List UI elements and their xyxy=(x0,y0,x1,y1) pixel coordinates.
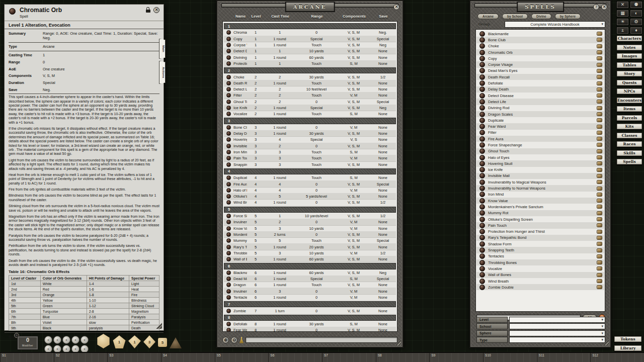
spell-list-item[interactable]: Dragon Scales xyxy=(476,111,604,117)
coin-slot-icon[interactable]: ✶ xyxy=(80,336,89,344)
link-icon[interactable] xyxy=(597,155,602,159)
spell-orb-icon[interactable] xyxy=(479,105,485,111)
arcane-spell-row[interactable]: Fear Ward81 round0V, S, MNone xyxy=(224,327,396,332)
spell-orb-icon[interactable] xyxy=(479,241,485,247)
link-icon[interactable] xyxy=(597,50,602,54)
spell-list-item[interactable]: Mordenkainen's Private Sanctum xyxy=(476,204,604,210)
coin-slot-icon[interactable]: ✶ xyxy=(53,336,61,344)
link-icon[interactable] xyxy=(597,149,602,153)
help-icon[interactable]: ? xyxy=(593,4,599,10)
spell-orb-icon[interactable] xyxy=(479,260,485,265)
spell-list-item[interactable]: Shadow Form xyxy=(476,241,604,247)
sidebar-item-notes[interactable]: Notes xyxy=(616,44,642,51)
arcane-spell-row[interactable]: Detect Disease1110 yardsV, S, MNone xyxy=(224,48,396,54)
link-icon[interactable] xyxy=(597,143,602,147)
link-icon[interactable] xyxy=(597,273,602,277)
tab-divine[interactable]: Divine xyxy=(531,14,551,19)
spell-orb-icon[interactable] xyxy=(479,198,485,204)
link-icon[interactable] xyxy=(597,260,602,264)
spell-orb-icon[interactable] xyxy=(226,214,231,218)
arcane-spell-row[interactable]: Fire Aura440V, S, MSpecial xyxy=(224,181,396,187)
spell-orb-icon[interactable] xyxy=(479,279,485,284)
spell-orb-icon[interactable] xyxy=(479,118,485,123)
modifier-box[interactable]: 0 Modifier xyxy=(17,336,38,350)
arcane-spell-row[interactable]: Mordenkainen's Private Sanctum52 turns0V… xyxy=(224,232,396,238)
sidebar-item-encounters[interactable]: Encounters xyxy=(616,97,642,104)
arcane-spell-row[interactable]: Blackmantle61 round60 yardsV, S, MNeg xyxy=(224,270,396,276)
link-icon[interactable] xyxy=(597,168,602,172)
spell-list-item[interactable]: Invisible Mail xyxy=(476,173,604,179)
people-icon[interactable]: ⚉ xyxy=(630,1,642,9)
sidebar-item-tables[interactable]: Tables xyxy=(616,62,642,68)
spell-orb-icon[interactable] xyxy=(479,124,485,129)
close-icon[interactable]: ✕ xyxy=(393,4,399,10)
spell-orb-icon[interactable] xyxy=(479,210,485,216)
spell-orb-icon[interactable] xyxy=(226,232,231,237)
spell-orb-icon[interactable] xyxy=(226,322,231,326)
spell-list-item[interactable]: Halo of Eyes xyxy=(476,154,604,160)
spell-orb-icon[interactable] xyxy=(226,175,231,180)
link-icon[interactable] xyxy=(597,230,602,234)
spell-orb-icon[interactable] xyxy=(479,217,485,222)
arcane-spell-row[interactable]: Ghoul Touch220V, S, MSpecial xyxy=(224,99,396,105)
spell-orb-icon[interactable] xyxy=(226,144,231,148)
arcane-spell-row[interactable]: Force Shapechange5110 yards/levelV, S, M… xyxy=(224,213,396,219)
spell-orb-icon[interactable] xyxy=(226,30,231,35)
spell-list-item[interactable]: Fire Aura xyxy=(476,136,604,142)
close-icon[interactable]: ✕ xyxy=(601,4,607,10)
arcane-spell-row[interactable]: Mummy Rot55TouchV, S, MSpecial xyxy=(224,238,396,244)
spell-orb-icon[interactable] xyxy=(479,173,485,178)
arcane-spell-row[interactable]: Tentacles61 round0V, MNone xyxy=(224,295,396,301)
arcane-spell-row[interactable]: Ice Knife21 roundSpecialV, S, MNeg xyxy=(224,105,396,111)
spell-list-item[interactable]: Vocalize xyxy=(476,265,604,272)
arcane-spell-row[interactable]: Otiluke's Dispelling Screen455 yards/lev… xyxy=(224,194,396,200)
spell-list-item[interactable]: Otiluke's Dispelling Screen xyxy=(476,216,604,222)
sidebar-item-skills[interactable]: Skills xyxy=(616,150,642,156)
sidebar-item-quests[interactable]: Quests xyxy=(616,79,642,86)
filter-dropdown-level[interactable]: ▾ xyxy=(509,317,605,323)
spell-list-item[interactable]: Protection from Hunger and Thirst xyxy=(476,229,604,235)
arcane-spell-row[interactable]: Copy11 roundSpecialV, S, MSpecial xyxy=(224,36,396,42)
spell-orb-icon[interactable] xyxy=(479,204,485,210)
spell-orb-icon[interactable] xyxy=(479,266,485,272)
d6-die-icon[interactable]: 5 xyxy=(158,338,167,347)
spell-list-item[interactable]: Iron Mind xyxy=(476,192,604,198)
arcane-spell-row[interactable]: Corpse Visage11 roundTouchV, S, MNeg xyxy=(224,42,396,48)
d10-die-icon[interactable]: 1 xyxy=(128,335,141,348)
window-title[interactable]: ARCANE xyxy=(285,2,335,12)
spell-orb-icon[interactable] xyxy=(226,226,231,231)
link-icon[interactable] xyxy=(597,161,602,165)
link-icon[interactable] xyxy=(597,137,602,141)
link-icon[interactable] xyxy=(597,56,602,60)
spell-list-item[interactable]: Invulnerability to Magical Weapons xyxy=(476,179,604,185)
link-icon[interactable] xyxy=(597,236,602,240)
spell-list-item[interactable]: Blackmantle xyxy=(476,31,604,37)
spell-orb-icon[interactable] xyxy=(479,68,485,73)
spell-orb-icon[interactable] xyxy=(226,131,231,136)
spell-orb-icon[interactable] xyxy=(226,194,231,199)
add-icon[interactable]: ⊕ xyxy=(222,337,229,343)
spell-orb-icon[interactable] xyxy=(479,272,485,278)
tab-by-sphere[interactable]: by Sphere xyxy=(555,14,581,19)
hotkey-slot[interactable]: S7 xyxy=(322,353,376,362)
spell-orb-icon[interactable] xyxy=(226,137,231,142)
spell-orb-icon[interactable] xyxy=(479,80,485,86)
remove-icon[interactable]: ⊖ xyxy=(231,337,237,343)
link-icon[interactable] xyxy=(597,223,602,227)
link-icon[interactable] xyxy=(597,32,602,36)
close-icon[interactable]: ✕ xyxy=(616,1,629,9)
arcane-spell-row[interactable]: Invulnerability to Magical Weapons630V, … xyxy=(224,288,396,294)
sidebar-item-images[interactable]: Images xyxy=(616,53,642,59)
spell-orb-icon[interactable] xyxy=(226,61,231,66)
spell-list-item[interactable]: Filter xyxy=(476,130,604,136)
spell-list-item[interactable]: Rary's Telepathic Bond xyxy=(476,235,604,241)
tab-actions[interactable]: Actions xyxy=(159,61,166,84)
hotkey-slot[interactable]: S6 xyxy=(268,353,322,362)
link-icon[interactable] xyxy=(597,87,602,92)
spell-orb-icon[interactable] xyxy=(479,74,485,80)
arcane-spell-row[interactable]: Death Recall21 roundTouchV, S, MNone xyxy=(224,80,396,86)
spell-orb-icon[interactable] xyxy=(226,238,231,243)
spell-list-item[interactable]: Invulnerability to Normal Weapons xyxy=(476,185,604,191)
spell-orb-icon[interactable] xyxy=(479,56,485,61)
arcane-spell-row[interactable]: Snapping Teeth33TouchV, S, MNone xyxy=(224,162,396,168)
